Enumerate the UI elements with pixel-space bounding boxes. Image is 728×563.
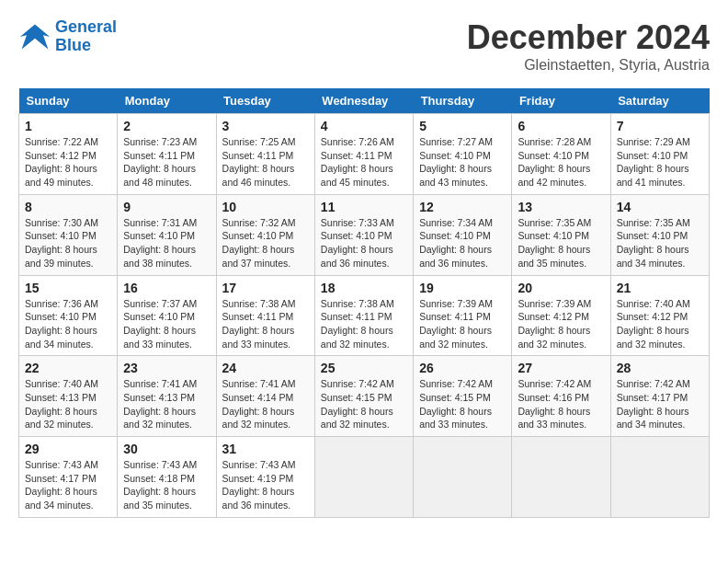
calendar-cell: 17Sunrise: 7:38 AM Sunset: 4:11 PM Dayli… — [216, 275, 314, 356]
day-info: Sunrise: 7:25 AM Sunset: 4:11 PM Dayligh… — [222, 135, 309, 190]
calendar-cell: 20Sunrise: 7:39 AM Sunset: 4:12 PM Dayli… — [512, 275, 610, 356]
calendar-cell: 30Sunrise: 7:43 AM Sunset: 4:18 PM Dayli… — [118, 437, 216, 518]
calendar-cell: 29Sunrise: 7:43 AM Sunset: 4:17 PM Dayli… — [19, 437, 118, 518]
calendar-cell — [610, 437, 709, 518]
day-info: Sunrise: 7:29 AM Sunset: 4:10 PM Dayligh… — [617, 135, 703, 190]
day-number: 12 — [419, 200, 506, 214]
svg-marker-0 — [20, 24, 50, 49]
calendar-cell: 21Sunrise: 7:40 AM Sunset: 4:12 PM Dayli… — [610, 275, 709, 356]
day-number: 28 — [617, 361, 703, 375]
day-info: Sunrise: 7:42 AM Sunset: 4:16 PM Dayligh… — [518, 377, 604, 431]
calendar-cell: 6Sunrise: 7:28 AM Sunset: 4:10 PM Daylig… — [512, 114, 610, 195]
logo-general: General — [55, 17, 117, 36]
day-number: 10 — [222, 200, 309, 214]
calendar-cell: 13Sunrise: 7:35 AM Sunset: 4:10 PM Dayli… — [512, 194, 610, 275]
calendar-cell: 24Sunrise: 7:41 AM Sunset: 4:14 PM Dayli… — [216, 356, 314, 437]
day-info: Sunrise: 7:27 AM Sunset: 4:10 PM Dayligh… — [419, 135, 506, 190]
calendar-cell: 26Sunrise: 7:42 AM Sunset: 4:15 PM Dayli… — [414, 356, 512, 437]
day-number: 9 — [123, 200, 210, 214]
calendar-cell: 3Sunrise: 7:25 AM Sunset: 4:11 PM Daylig… — [216, 114, 314, 195]
day-number: 15 — [25, 281, 111, 295]
calendar-cell: 25Sunrise: 7:42 AM Sunset: 4:15 PM Dayli… — [314, 356, 413, 437]
day-info: Sunrise: 7:38 AM Sunset: 4:11 PM Dayligh… — [222, 297, 309, 351]
header-monday: Monday — [118, 88, 216, 114]
day-number: 19 — [419, 281, 506, 295]
week-row-1: 1Sunrise: 7:22 AM Sunset: 4:12 PM Daylig… — [19, 114, 710, 195]
calendar-cell — [512, 437, 610, 518]
day-info: Sunrise: 7:42 AM Sunset: 4:17 PM Dayligh… — [617, 377, 703, 431]
day-info: Sunrise: 7:30 AM Sunset: 4:10 PM Dayligh… — [25, 216, 111, 270]
day-info: Sunrise: 7:35 AM Sunset: 4:10 PM Dayligh… — [617, 216, 703, 270]
day-info: Sunrise: 7:23 AM Sunset: 4:11 PM Dayligh… — [123, 135, 210, 190]
calendar-cell — [314, 437, 413, 518]
header-saturday: Saturday — [610, 88, 709, 114]
day-number: 21 — [617, 281, 703, 295]
day-number: 8 — [25, 200, 111, 214]
day-number: 22 — [25, 361, 111, 375]
day-info: Sunrise: 7:40 AM Sunset: 4:12 PM Dayligh… — [617, 297, 703, 351]
day-info: Sunrise: 7:42 AM Sunset: 4:15 PM Dayligh… — [321, 377, 407, 431]
calendar-cell: 11Sunrise: 7:33 AM Sunset: 4:10 PM Dayli… — [314, 194, 413, 275]
day-number: 13 — [518, 200, 604, 214]
day-info: Sunrise: 7:42 AM Sunset: 4:15 PM Dayligh… — [419, 377, 506, 431]
header-tuesday: Tuesday — [216, 88, 314, 114]
day-number: 1 — [25, 119, 111, 133]
day-info: Sunrise: 7:36 AM Sunset: 4:10 PM Dayligh… — [25, 297, 111, 351]
calendar-cell: 5Sunrise: 7:27 AM Sunset: 4:10 PM Daylig… — [414, 114, 512, 195]
calendar-table: Sunday Monday Tuesday Wednesday Thursday… — [18, 88, 710, 518]
month-title: December 2024 — [467, 18, 710, 57]
day-info: Sunrise: 7:43 AM Sunset: 4:17 PM Dayligh… — [25, 458, 111, 512]
week-row-4: 22Sunrise: 7:40 AM Sunset: 4:13 PM Dayli… — [19, 356, 710, 437]
day-number: 30 — [123, 442, 210, 456]
calendar-cell: 7Sunrise: 7:29 AM Sunset: 4:10 PM Daylig… — [610, 114, 709, 195]
location: Gleinstaetten, Styria, Austria — [467, 57, 710, 74]
day-number: 31 — [222, 442, 309, 456]
calendar-cell: 15Sunrise: 7:36 AM Sunset: 4:10 PM Dayli… — [19, 275, 118, 356]
day-info: Sunrise: 7:32 AM Sunset: 4:10 PM Dayligh… — [222, 216, 309, 270]
day-number: 11 — [321, 200, 407, 214]
week-row-2: 8Sunrise: 7:30 AM Sunset: 4:10 PM Daylig… — [19, 194, 710, 275]
day-number: 17 — [222, 281, 309, 295]
day-number: 14 — [617, 200, 703, 214]
day-number: 23 — [123, 361, 210, 375]
week-row-5: 29Sunrise: 7:43 AM Sunset: 4:17 PM Dayli… — [19, 437, 710, 518]
day-number: 26 — [419, 361, 506, 375]
day-number: 4 — [321, 119, 407, 133]
calendar-cell: 14Sunrise: 7:35 AM Sunset: 4:10 PM Dayli… — [610, 194, 709, 275]
day-number: 16 — [123, 281, 210, 295]
calendar-cell: 18Sunrise: 7:38 AM Sunset: 4:11 PM Dayli… — [314, 275, 413, 356]
header-wednesday: Wednesday — [314, 88, 413, 114]
day-info: Sunrise: 7:41 AM Sunset: 4:13 PM Dayligh… — [123, 377, 210, 431]
day-info: Sunrise: 7:41 AM Sunset: 4:14 PM Dayligh… — [222, 377, 309, 431]
day-number: 20 — [518, 281, 604, 295]
calendar-cell: 1Sunrise: 7:22 AM Sunset: 4:12 PM Daylig… — [19, 114, 118, 195]
day-number: 27 — [518, 361, 604, 375]
calendar-cell: 2Sunrise: 7:23 AM Sunset: 4:11 PM Daylig… — [118, 114, 216, 195]
day-info: Sunrise: 7:40 AM Sunset: 4:13 PM Dayligh… — [25, 377, 111, 431]
day-info: Sunrise: 7:43 AM Sunset: 4:19 PM Dayligh… — [222, 458, 309, 512]
calendar-cell: 10Sunrise: 7:32 AM Sunset: 4:10 PM Dayli… — [216, 194, 314, 275]
day-info: Sunrise: 7:43 AM Sunset: 4:18 PM Dayligh… — [123, 458, 210, 512]
day-info: Sunrise: 7:33 AM Sunset: 4:10 PM Dayligh… — [321, 216, 407, 270]
day-info: Sunrise: 7:37 AM Sunset: 4:10 PM Dayligh… — [123, 297, 210, 351]
calendar-cell: 22Sunrise: 7:40 AM Sunset: 4:13 PM Dayli… — [19, 356, 118, 437]
day-number: 3 — [222, 119, 309, 133]
day-info: Sunrise: 7:35 AM Sunset: 4:10 PM Dayligh… — [518, 216, 604, 270]
calendar-cell: 9Sunrise: 7:31 AM Sunset: 4:10 PM Daylig… — [118, 194, 216, 275]
day-info: Sunrise: 7:22 AM Sunset: 4:12 PM Dayligh… — [25, 135, 111, 190]
calendar-cell: 16Sunrise: 7:37 AM Sunset: 4:10 PM Dayli… — [118, 275, 216, 356]
calendar-cell: 19Sunrise: 7:39 AM Sunset: 4:11 PM Dayli… — [414, 275, 512, 356]
logo-blue: Blue — [55, 36, 91, 54]
calendar-cell: 4Sunrise: 7:26 AM Sunset: 4:11 PM Daylig… — [314, 114, 413, 195]
day-number: 2 — [123, 119, 210, 133]
header-sunday: Sunday — [19, 88, 118, 114]
calendar-cell: 8Sunrise: 7:30 AM Sunset: 4:10 PM Daylig… — [19, 194, 118, 275]
day-number: 29 — [25, 442, 111, 456]
day-info: Sunrise: 7:38 AM Sunset: 4:11 PM Dayligh… — [321, 297, 407, 351]
weekday-header-row: Sunday Monday Tuesday Wednesday Thursday… — [19, 88, 710, 114]
week-row-3: 15Sunrise: 7:36 AM Sunset: 4:10 PM Dayli… — [19, 275, 710, 356]
header-friday: Friday — [512, 88, 610, 114]
logo-icon — [18, 20, 51, 53]
day-info: Sunrise: 7:39 AM Sunset: 4:11 PM Dayligh… — [419, 297, 506, 351]
day-number: 5 — [419, 119, 506, 133]
